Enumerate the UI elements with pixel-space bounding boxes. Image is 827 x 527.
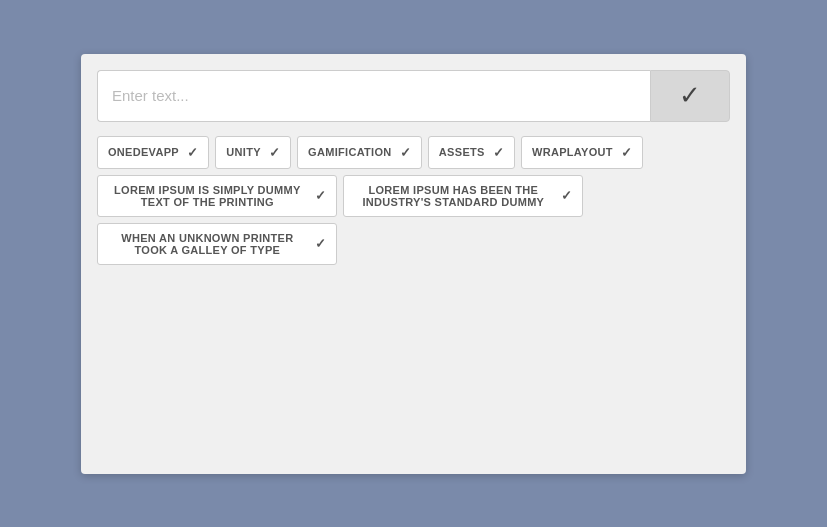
tag-label: GAMIFICATION bbox=[308, 146, 391, 158]
tag-check-icon: ✓ bbox=[269, 145, 280, 160]
tags-area: ONEDEVAPP ✓ UNITY ✓ GAMIFICATION ✓ ASSET… bbox=[97, 136, 730, 265]
tag-label: WRAPLAYOUT bbox=[532, 146, 613, 158]
checkmark-icon: ✓ bbox=[679, 80, 701, 111]
search-input[interactable] bbox=[97, 70, 650, 122]
tag-label: LOREM IPSUM IS SIMPLY DUMMY TEXT OF THE … bbox=[108, 184, 307, 208]
tag-label: ASSETS bbox=[439, 146, 485, 158]
tag-label: UNITY bbox=[226, 146, 261, 158]
tag-onedevapp[interactable]: ONEDEVAPP ✓ bbox=[97, 136, 209, 169]
tag-check-icon: ✓ bbox=[621, 145, 632, 160]
tag-unity[interactable]: UNITY ✓ bbox=[215, 136, 291, 169]
search-row: ✓ bbox=[97, 70, 730, 122]
tag-lorem-ipsum-printing[interactable]: LOREM IPSUM IS SIMPLY DUMMY TEXT OF THE … bbox=[97, 175, 337, 217]
tag-gamification[interactable]: GAMIFICATION ✓ bbox=[297, 136, 422, 169]
tag-wraplayout[interactable]: WRAPLAYOUT ✓ bbox=[521, 136, 643, 169]
tag-check-icon: ✓ bbox=[315, 188, 326, 203]
confirm-button[interactable]: ✓ bbox=[650, 70, 730, 122]
tag-lorem-ipsum-industry[interactable]: LOREM IPSUM HAS BEEN THE INDUSTRY'S STAN… bbox=[343, 175, 583, 217]
tag-check-icon: ✓ bbox=[493, 145, 504, 160]
tag-check-icon: ✓ bbox=[400, 145, 411, 160]
tag-assets[interactable]: ASSETS ✓ bbox=[428, 136, 515, 169]
tag-check-icon: ✓ bbox=[561, 188, 572, 203]
tag-label: ONEDEVAPP bbox=[108, 146, 179, 158]
main-container: ✓ ONEDEVAPP ✓ UNITY ✓ GAMIFICATION ✓ ASS… bbox=[81, 54, 746, 474]
tag-check-icon: ✓ bbox=[315, 236, 326, 251]
tag-label: WHEN AN UNKNOWN PRINTER TOOK A GALLEY OF… bbox=[108, 232, 307, 256]
tag-unknown-printer[interactable]: WHEN AN UNKNOWN PRINTER TOOK A GALLEY OF… bbox=[97, 223, 337, 265]
tag-check-icon: ✓ bbox=[187, 145, 198, 160]
tag-label: LOREM IPSUM HAS BEEN THE INDUSTRY'S STAN… bbox=[354, 184, 553, 208]
